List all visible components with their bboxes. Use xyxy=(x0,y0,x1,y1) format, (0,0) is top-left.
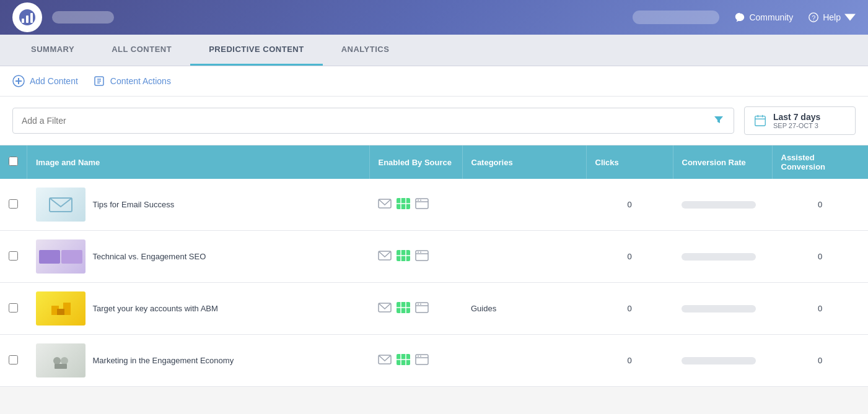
account-selector[interactable] xyxy=(633,11,719,24)
conversion-rate-bar xyxy=(682,253,756,261)
row-clicks-cell: 0 xyxy=(586,283,673,335)
row-source-cell xyxy=(369,231,462,283)
calendar-icon xyxy=(753,114,767,127)
source-email-icon xyxy=(378,354,392,367)
svg-rect-1 xyxy=(22,19,24,23)
table-row: Technical vs. Engagement SEO 0 0 xyxy=(0,231,868,283)
row-image-name-cell: Technical vs. Engagement SEO xyxy=(27,231,370,283)
conversion-rate-bar xyxy=(682,305,756,313)
user-placeholder xyxy=(52,11,114,24)
source-email-icon xyxy=(378,250,392,263)
header-clicks: Clicks xyxy=(586,145,673,179)
row-checkbox-4[interactable] xyxy=(9,355,18,364)
row-checkbox-2[interactable] xyxy=(9,251,18,261)
row-assisted-conversion-cell: 0 xyxy=(772,283,868,335)
date-picker[interactable]: Last 7 days SEP 27-OCT 3 xyxy=(744,106,856,135)
tab-predictive-content[interactable]: PREDICTIVE CONTENT xyxy=(190,35,322,66)
content-actions-button[interactable]: Content Actions xyxy=(93,72,171,90)
date-range-info: Last 7 days SEP 27-OCT 3 xyxy=(773,112,820,129)
content-name: Target your key accounts with ABM xyxy=(93,304,218,313)
row-clicks-cell: 0 xyxy=(586,231,673,283)
filter-icon[interactable] xyxy=(712,113,725,128)
content-actions-icon xyxy=(93,75,105,87)
content-name: Technical vs. Engagement SEO xyxy=(93,252,206,261)
source-browser-icon xyxy=(415,250,429,263)
row-source-cell xyxy=(369,335,462,387)
content-name: Marketing in the Engagement Economy xyxy=(93,356,234,365)
row-conversion-cell xyxy=(673,335,772,387)
filter-input-wrapper[interactable] xyxy=(12,108,734,134)
toolbar: Add Content Content Actions xyxy=(0,66,868,97)
row-checkbox-1[interactable] xyxy=(9,199,18,209)
svg-point-34 xyxy=(418,252,419,253)
content-actions-label: Content Actions xyxy=(110,76,171,86)
content-name: Tips for Email Success xyxy=(93,200,175,209)
svg-rect-38 xyxy=(57,309,64,315)
row-image-name-cell: Target your key accounts with ABM xyxy=(27,283,370,335)
row-conversion-cell xyxy=(673,283,772,335)
row-check-cell xyxy=(0,231,27,283)
top-bar: Community ? Help xyxy=(0,0,868,35)
header-check[interactable] xyxy=(0,145,27,179)
svg-point-26 xyxy=(420,200,421,201)
svg-rect-50 xyxy=(55,364,67,369)
logo[interactable] xyxy=(12,2,42,32)
help-label: Help xyxy=(823,12,841,22)
svg-rect-32 xyxy=(416,251,428,261)
svg-point-59 xyxy=(420,356,421,357)
row-check-cell xyxy=(0,335,27,387)
tab-summary[interactable]: SUMMARY xyxy=(12,35,93,66)
row-image-name-cell: Marketing in the Engagement Economy xyxy=(27,335,370,387)
conversion-rate-bar xyxy=(682,357,756,364)
row-source-cell xyxy=(369,283,462,335)
row-assisted-conversion-cell: 0 xyxy=(772,335,868,387)
help-link[interactable]: ? Help xyxy=(808,12,856,23)
tab-all-content[interactable]: ALL CONTENT xyxy=(93,35,190,66)
row-assisted-conversion-cell: 0 xyxy=(772,231,868,283)
row-categories-cell: Guides xyxy=(462,283,586,335)
top-bar-right: Community ? Help xyxy=(633,11,856,24)
select-all-checkbox[interactable] xyxy=(9,157,18,166)
add-content-button[interactable]: Add Content xyxy=(12,72,78,90)
table-header: Image and Name Enabled By Source Categor… xyxy=(0,145,868,179)
svg-point-25 xyxy=(418,200,419,201)
row-categories-cell xyxy=(462,231,586,283)
header-assisted-conversion: Assisted Conversion xyxy=(772,145,868,179)
row-categories-cell xyxy=(462,179,586,231)
svg-rect-13 xyxy=(755,116,766,126)
row-checkbox-3[interactable] xyxy=(9,303,18,313)
svg-text:?: ? xyxy=(812,14,816,22)
svg-rect-3 xyxy=(30,13,33,23)
svg-point-35 xyxy=(420,252,421,253)
row-check-cell xyxy=(0,179,27,231)
svg-rect-44 xyxy=(416,303,428,313)
conversion-rate-bar xyxy=(682,201,756,209)
row-categories-cell xyxy=(462,335,586,387)
source-grid-icon xyxy=(397,354,410,367)
content-table: Image and Name Enabled By Source Categor… xyxy=(0,145,868,387)
svg-point-46 xyxy=(418,304,419,305)
source-email-icon xyxy=(378,302,392,315)
header-image-name: Image and Name xyxy=(27,145,370,179)
header-enabled-by-source: Enabled By Source xyxy=(369,145,462,179)
source-grid-icon xyxy=(397,250,410,263)
source-browser-icon xyxy=(415,302,429,315)
svg-point-47 xyxy=(420,304,421,305)
date-range-sub: SEP 27-OCT 3 xyxy=(773,122,820,129)
source-grid-icon xyxy=(397,198,410,211)
community-label: Community xyxy=(749,12,793,22)
svg-point-49 xyxy=(61,357,68,364)
filter-bar: Last 7 days SEP 27-OCT 3 xyxy=(0,97,868,145)
community-link[interactable]: Community xyxy=(734,12,793,23)
filter-input[interactable] xyxy=(22,116,712,126)
source-grid-icon xyxy=(397,302,410,315)
row-check-cell xyxy=(0,283,27,335)
row-source-cell xyxy=(369,179,462,231)
tab-analytics[interactable]: ANALYTICS xyxy=(323,35,408,66)
row-clicks-cell: 0 xyxy=(586,179,673,231)
source-email-icon xyxy=(378,198,392,211)
svg-point-58 xyxy=(418,356,419,357)
table-row: Tips for Email Success 0 0 xyxy=(0,179,868,231)
add-content-icon xyxy=(12,75,25,87)
source-browser-icon xyxy=(415,198,429,211)
